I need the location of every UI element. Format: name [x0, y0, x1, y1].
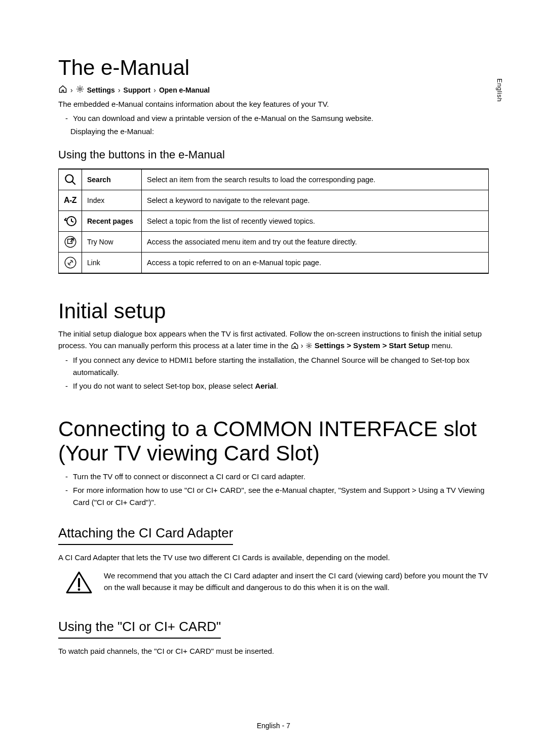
chevron-right-icon: ›: [301, 341, 305, 350]
svg-point-0: [79, 88, 81, 91]
breadcrumb-settings: Settings: [87, 86, 115, 94]
bullet-text: For more information how to use "CI or C…: [73, 484, 489, 508]
chevron-right-icon: ›: [118, 86, 121, 94]
svg-line-2: [72, 182, 75, 185]
language-side-label: English: [496, 78, 503, 102]
table-row: Recent pages Select a topic from the lis…: [59, 211, 489, 232]
home-icon: [58, 85, 67, 95]
row-desc: Select a keyword to navigate to the rele…: [142, 190, 489, 211]
table-row: Link Access a topic referred to on an e-…: [59, 253, 489, 274]
row-desc: Select a topic from the list of recently…: [142, 211, 489, 232]
buttons-table: Search Select an item from the search re…: [58, 169, 489, 274]
bullet-dash-icon: -: [65, 471, 68, 482]
row-name: Link: [82, 253, 142, 274]
text: If you do not want to select Set-top box…: [73, 382, 255, 390]
row-name: Search: [82, 169, 142, 190]
recent-pages-icon: [59, 211, 82, 232]
page-footer: English - 7: [0, 722, 547, 730]
link-icon: [59, 253, 82, 274]
bullet-item: - For more information how to use "CI or…: [65, 484, 489, 508]
heading-common-interface: Connecting to a COMMON INTERFACE slot (Y…: [58, 417, 489, 466]
home-icon: [291, 341, 299, 353]
row-desc: Access a topic referred to on an e-Manua…: [142, 253, 489, 274]
row-name: Recent pages: [82, 211, 142, 232]
bullet-item: - If you do not want to select Set-top b…: [65, 380, 489, 392]
row-name: Try Now: [82, 232, 142, 253]
row-desc: Select an item from the search results t…: [142, 169, 489, 190]
emanual-intro: The embedded e-Manual contains informati…: [58, 99, 489, 110]
ci-card-body: To watch paid channels, the "CI or CI+ C…: [58, 646, 489, 657]
initial-intro: The initial setup dialogue box appears w…: [58, 328, 489, 352]
row-desc: Access the associated menu item and try …: [142, 232, 489, 253]
try-now-icon: [59, 232, 82, 253]
svg-point-7: [308, 345, 310, 347]
svg-point-9: [78, 589, 81, 591]
svg-point-1: [65, 175, 73, 183]
table-row: A-Z Index Select a keyword to navigate t…: [59, 190, 489, 211]
breadcrumb: › Settings › Support › Open e-Manual: [58, 85, 489, 95]
inline-path-text: Settings > System > Start Setup: [315, 341, 429, 350]
search-icon: [59, 169, 82, 190]
breadcrumb-support: Support: [124, 86, 151, 94]
bullet-text: If you do not want to select Set-top box…: [73, 380, 278, 392]
warning-text: We recommend that you attach the CI Card…: [104, 570, 489, 593]
subheading-buttons: Using the buttons in the e-Manual: [58, 148, 489, 161]
bullet-dash-icon: -: [65, 380, 68, 392]
heading-emanual: The e-Manual: [58, 56, 489, 80]
display-note: Displaying the e-Manual:: [70, 126, 489, 138]
bullet-text: If you connect any device to HDMI1 befor…: [73, 354, 489, 378]
heading-initial-setup: Initial setup: [58, 299, 489, 323]
warning-icon: [65, 570, 93, 597]
bullet-item: - If you connect any device to HDMI1 bef…: [65, 354, 489, 378]
subheading-ci-card: Using the "CI or CI+ CARD": [58, 619, 221, 639]
warning-callout: We recommend that you attach the CI Card…: [65, 570, 489, 597]
bullet-dash-icon: -: [65, 484, 68, 508]
bullet-text: You can download and view a printable ve…: [73, 112, 373, 124]
ci-adapter-body: A CI Card Adapter that lets the TV use t…: [58, 552, 489, 564]
gear-icon: [305, 341, 312, 353]
bullet-dash-icon: -: [65, 354, 68, 378]
index-icon: A-Z: [59, 190, 82, 211]
inline-path: › Settings > System > Start Setup: [291, 341, 432, 350]
aerial-label: Aerial: [255, 382, 276, 390]
bullet-dash-icon: -: [65, 112, 68, 124]
gear-icon: [76, 85, 84, 95]
bullet-text: Turn the TV off to connect or disconnect…: [73, 471, 305, 482]
bullet-item: - You can download and view a printable …: [65, 112, 489, 124]
manual-page: English The e-Manual › Settings › Suppor…: [0, 0, 547, 756]
breadcrumb-open: Open e-Manual: [159, 86, 210, 94]
row-name: Index: [82, 190, 142, 211]
subheading-ci-adapter: Attaching the CI Card Adapter: [58, 525, 233, 545]
table-row: Search Select an item from the search re…: [59, 169, 489, 190]
chevron-right-icon: ›: [153, 86, 156, 94]
bullet-item: - Turn the TV off to connect or disconne…: [65, 471, 489, 482]
table-row: Try Now Access the associated menu item …: [59, 232, 489, 253]
chevron-right-icon: ›: [70, 86, 73, 94]
text: menu.: [432, 341, 453, 350]
text: .: [276, 382, 278, 390]
